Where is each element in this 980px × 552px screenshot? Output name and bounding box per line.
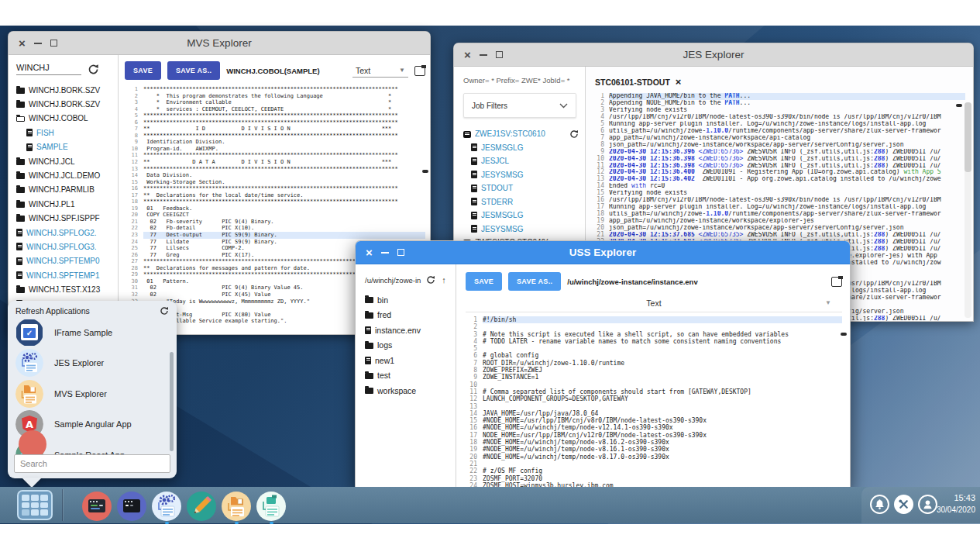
uss-code-editor[interactable]: 1#!/bin/sh23# Note this script is execut… — [466, 316, 842, 488]
tree-item[interactable]: WINCHJ.SPFTEMP0 — [16, 254, 113, 268]
notifications-bell-icon[interactable] — [870, 495, 889, 514]
open-in-new-icon[interactable] — [831, 277, 842, 287]
tree-item[interactable]: WINCHJ.TEST.X123 — [16, 282, 113, 296]
jes-titlebar[interactable]: × JES Explorer — [454, 43, 973, 67]
dataset-filter-input[interactable]: WINCHJ — [16, 63, 81, 75]
refresh-icon[interactable] — [426, 275, 435, 285]
save-as-button[interactable]: SAVE AS.. — [167, 61, 220, 80]
window-title: JES Explorer — [454, 49, 973, 60]
running-indicator-dot — [270, 522, 273, 524]
scrollbar[interactable] — [170, 352, 174, 451]
code-line: 17NODE_HOME=/usr/lpp/IBM/cnj/v12r0/IBM/n… — [466, 432, 842, 439]
up-directory-icon[interactable]: ↑ — [442, 275, 446, 285]
code-line: 18#NODE_HOME=/u/winchj/temp/node-v8.16.2… — [466, 439, 842, 446]
tree-item[interactable]: WINCHJ.BORK.SZV — [16, 83, 113, 97]
tree-item[interactable]: WINCHJ.PL1 — [16, 197, 113, 211]
mvs-titlebar[interactable]: × MVS Explorer — [9, 32, 430, 55]
tree-item[interactable]: logs — [365, 338, 451, 354]
tree-item[interactable]: JESYSMSG — [463, 223, 579, 236]
tree-item-label: WINCHJ.TEST.X123 — [29, 285, 100, 294]
tree-item[interactable]: FISH — [16, 126, 113, 140]
tree-item[interactable]: SAMPLE — [16, 140, 113, 154]
search-input[interactable] — [14, 454, 170, 473]
code-text: # global config — [483, 352, 842, 359]
folder-icon — [16, 88, 25, 94]
refresh-icon[interactable] — [569, 129, 579, 139]
uss-titlebar[interactable]: × USS Explorer — [356, 241, 850, 264]
settings-tools-icon[interactable] — [894, 495, 913, 514]
line-number: 1 — [466, 316, 483, 323]
tree-item[interactable]: JESJCL — [463, 154, 579, 168]
taskbar-editor-app-icon[interactable] — [82, 492, 112, 521]
save-button[interactable]: SAVE — [125, 61, 161, 80]
syntax-select[interactable]: Text ▼ — [466, 294, 842, 312]
user-account-icon[interactable] — [918, 495, 937, 514]
tree-item[interactable]: new1 — [365, 353, 451, 368]
tree-item[interactable]: WINCHJ.BORK.SZV — [16, 97, 113, 111]
taskbar-editor-pencil-icon[interactable] — [187, 492, 216, 521]
close-icon[interactable]: × — [464, 50, 471, 60]
syntax-select[interactable]: Text ▼ — [352, 64, 408, 78]
app-item-iframe[interactable]: ✓IFrame Sample — [15, 317, 169, 348]
app-item-jes[interactable]: JES Explorer — [15, 348, 169, 379]
minimize-icon[interactable] — [34, 43, 42, 44]
line-number: 24 — [125, 239, 143, 246]
open-in-new-icon[interactable] — [414, 66, 425, 76]
save-as-button[interactable]: SAVE AS.. — [508, 272, 561, 291]
uss-path-input[interactable]: /u/winchj/zowe-in — [365, 276, 421, 285]
tree-item[interactable]: WINCHJ.PARMLIB — [16, 183, 113, 197]
tree-item[interactable]: WINCHJ.COBOL — [16, 112, 113, 126]
tree-item[interactable]: WINCHJ.JCL — [16, 154, 113, 168]
taskbar: 15:43 30/04/2020 — [0, 487, 980, 523]
code-line: 7ROOT_DIR=/u/winchj/zowe-1.10.0/runtime — [466, 360, 842, 367]
tree-item[interactable]: WINCHJ.SPFTEMP1 — [16, 268, 113, 282]
tree-item[interactable]: ZWEJ1SV:STC0610 — [463, 127, 579, 141]
tree-item[interactable]: test — [365, 368, 451, 384]
taskbar-jes-explorer-icon[interactable] — [152, 492, 181, 521]
code-line: 18**************************************… — [125, 198, 425, 205]
close-tab-icon[interactable]: × — [676, 78, 682, 86]
taskbar-mvs-explorer-icon[interactable] — [222, 492, 251, 521]
code-line: 8json_path=/u/winchj/zowe-instance/works… — [595, 142, 965, 149]
refresh-applications-icon[interactable] — [160, 306, 169, 316]
save-button[interactable]: SAVE — [466, 272, 502, 291]
tree-item[interactable]: fred — [365, 308, 451, 323]
maximize-icon[interactable] — [50, 40, 57, 47]
line-number: 18 — [466, 439, 483, 446]
output-tab[interactable]: STC06101-STDOUT × — [595, 73, 965, 91]
tree-item[interactable]: WINCHJ.SPFLOG2. — [16, 226, 113, 240]
code-text: #NODE_HOME=/u/winchj/temp/node-v8.16.1-o… — [483, 446, 842, 453]
taskbar-terminal-app-icon[interactable] — [117, 492, 146, 521]
job-filters-dropdown[interactable]: Job Filters — [463, 93, 576, 118]
uss-editor-pane[interactable]: SAVE SAVE AS.. /u/winchj/zowe-instance/i… — [456, 264, 850, 488]
close-icon[interactable]: × — [366, 247, 373, 257]
taskbar-uss-explorer-icon[interactable] — [256, 492, 286, 521]
tree-item[interactable]: JESMSGLG — [463, 209, 579, 223]
code-line: 11# Comma separated list of components s… — [466, 388, 842, 395]
open-file-label: WINCHJ.COBOL(SAMPLE) — [226, 67, 319, 75]
tree-item[interactable]: instance.env — [365, 323, 451, 338]
minimize-icon[interactable] — [381, 252, 389, 254]
tree-item[interactable]: WINCHJ.JCL.DEMO — [16, 168, 113, 182]
tree-item[interactable]: STDOUT — [463, 181, 579, 195]
code-line: 1Appending JAVA_HOME/bin to the PATH... — [595, 93, 965, 100]
code-line: 14Ended with rc=0 — [595, 183, 965, 190]
minimize-icon[interactable] — [480, 54, 487, 56]
maximize-icon[interactable] — [397, 249, 404, 256]
tree-item[interactable]: WINCHJ.SPF.ISPPF — [16, 212, 113, 226]
maximize-icon[interactable] — [496, 51, 503, 58]
app-item-mvs[interactable]: MVS Explorer — [15, 378, 169, 409]
code-text: Identification Division. — [143, 139, 425, 146]
tree-item[interactable]: JESMSGLG — [463, 141, 579, 155]
tree-item[interactable]: JESYSMSG — [463, 168, 579, 182]
refresh-icon[interactable] — [88, 64, 99, 75]
scrollbar[interactable] — [965, 102, 971, 318]
tree-item[interactable]: workspace — [365, 383, 451, 398]
folder-icon — [16, 173, 25, 179]
line-number: 23 — [125, 232, 143, 239]
app-launcher-button[interactable] — [17, 490, 53, 520]
close-icon[interactable]: × — [19, 38, 26, 48]
tree-item[interactable]: STDERR — [463, 195, 579, 209]
tree-item[interactable]: bin — [365, 292, 451, 308]
tree-item[interactable]: WINCHJ.SPFLOG3. — [16, 240, 113, 254]
